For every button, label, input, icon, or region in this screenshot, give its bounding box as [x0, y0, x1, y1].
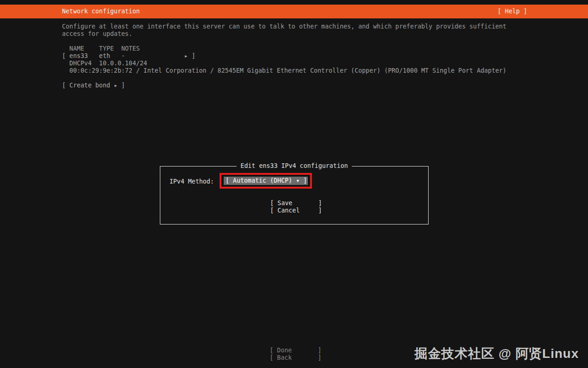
spacer — [62, 75, 506, 82]
nic-row-close-bracket: ] — [188, 52, 195, 59]
nic-hardware-info: 00:0c:29:9e:2b:72 / Intel Corporation / … — [62, 67, 506, 75]
done-button[interactable]: [ Done ] — [270, 347, 322, 354]
screen-title: Network configuration — [62, 5, 140, 18]
titlebar: Network configuration [ Help ] — [0, 5, 588, 18]
dialog-title: Edit ens33 IPv4 configuration — [237, 162, 352, 170]
nic-row-text: [ ens33 eth - — [62, 52, 184, 59]
watermark: 掘金技术社区 @ 阿贤Linux — [414, 345, 579, 362]
dropdown-close-bracket: ] — [300, 177, 307, 184]
help-button[interactable]: [ Help ] — [498, 5, 527, 18]
cancel-button[interactable]: [ Cancel ] — [270, 207, 322, 214]
nic-table-header: NAME TYPE NOTES — [62, 45, 506, 52]
back-button[interactable]: [ Back ] — [270, 354, 322, 362]
chevron-right-icon: ▸ — [184, 52, 188, 59]
edit-ipv4-dialog: Edit ens33 IPv4 configuration IPv4 Metho… — [160, 166, 429, 224]
create-bond-label: [ Create bond — [62, 82, 114, 89]
network-config-screen: Configure at least one interface this se… — [62, 23, 506, 89]
ipv4-method-value: [ Automatic (DHCP) — [226, 177, 296, 184]
chevron-right-icon: ▸ — [114, 82, 118, 89]
annotation-highlight-box: [ Automatic (DHCP) ▾ ] — [220, 173, 312, 189]
create-bond-button[interactable]: [ Create bond ▸ ] — [62, 82, 506, 89]
nic-dhcp-address: DHCPv4 10.0.0.104/24 — [62, 60, 506, 67]
spacer — [62, 38, 506, 45]
intro-text-line-2: access for updates. — [62, 30, 506, 38]
ipv4-method-label: IPv4 Method: — [170, 178, 214, 185]
intro-text-line-1: Configure at least one interface this se… — [62, 23, 506, 30]
create-bond-close-bracket: ] — [118, 82, 125, 89]
nic-row-ens33[interactable]: [ ens33 eth - ▸ ] — [62, 52, 506, 60]
save-button[interactable]: [ Save ] — [270, 200, 322, 207]
ipv4-method-dropdown[interactable]: [ Automatic (DHCP) ▾ ] — [224, 177, 308, 185]
